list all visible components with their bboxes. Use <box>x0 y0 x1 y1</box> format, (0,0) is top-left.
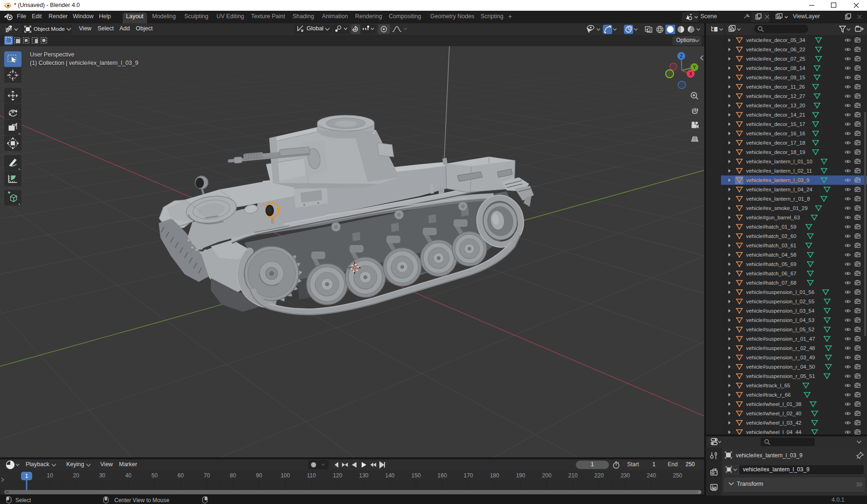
svg-text:vehicle#hatch_04_58: vehicle#hatch_04_58 <box>746 252 797 258</box>
svg-text:vehicle#ex_decor_15_17: vehicle#ex_decor_15_17 <box>746 121 805 127</box>
svg-text:100: 100 <box>280 472 290 479</box>
svg-text:140: 140 <box>385 472 394 479</box>
svg-text:Select: Select <box>15 497 31 504</box>
svg-text:vehicle#suspension_r_01_47: vehicle#suspension_r_01_47 <box>746 336 815 342</box>
svg-text:vehicle#ex_decor_16_16: vehicle#ex_decor_16_16 <box>746 131 805 136</box>
svg-text:vehicle#ex_smoke_01_29: vehicle#ex_smoke_01_29 <box>746 205 808 211</box>
svg-text:vehicle#wheel_l_03_42: vehicle#wheel_l_03_42 <box>746 420 801 426</box>
svg-text:180: 180 <box>490 472 499 479</box>
svg-text:vehicle#ex_decor_09_15: vehicle#ex_decor_09_15 <box>746 75 805 80</box>
svg-text:vehicle#ex_decor_11_26: vehicle#ex_decor_11_26 <box>746 84 805 90</box>
svg-text:40: 40 <box>125 472 132 479</box>
svg-text:vehicle#ex_lantern_l_03_9: vehicle#ex_lantern_l_03_9 <box>736 452 803 459</box>
svg-text:90: 90 <box>256 472 263 479</box>
svg-text:160: 160 <box>438 472 447 479</box>
svg-text:vehicle#ex_decor_13_20: vehicle#ex_decor_13_20 <box>746 103 805 108</box>
svg-text:vehicle#ex_decor_14_21: vehicle#ex_decor_14_21 <box>746 112 805 118</box>
svg-text:vehicle#ex_decor_07_25: vehicle#ex_decor_07_25 <box>746 56 805 62</box>
svg-text:20: 20 <box>73 472 79 479</box>
svg-text:vehicle#track_r_66: vehicle#track_r_66 <box>746 392 791 398</box>
svg-text:vehicle#suspension_r_03_49: vehicle#suspension_r_03_49 <box>746 355 815 360</box>
svg-text:70: 70 <box>204 472 210 479</box>
svg-text:30: 30 <box>99 472 105 479</box>
svg-text:vehicle#ex_lantern_l_04_24: vehicle#ex_lantern_l_04_24 <box>746 187 812 192</box>
svg-text:vehicle#ex_decor_05_34: vehicle#ex_decor_05_34 <box>746 37 805 43</box>
svg-text:vehicle#suspension_l_01_56: vehicle#suspension_l_01_56 <box>746 289 814 295</box>
svg-text:vehicle#wheel_l_01_38: vehicle#wheel_l_01_38 <box>746 401 801 407</box>
svg-text:vehicle#hatch_01_59: vehicle#hatch_01_59 <box>746 224 797 230</box>
svg-text:120: 120 <box>333 472 342 479</box>
svg-text:vehicle#suspension_l_03_54: vehicle#suspension_l_03_54 <box>746 308 814 314</box>
svg-text:vehicle#hatch_03_61: vehicle#hatch_03_61 <box>746 243 797 248</box>
svg-text:250: 250 <box>673 472 682 479</box>
svg-text:200: 200 <box>542 472 552 479</box>
svg-text:vehicle#ex_lantern_l_01_10: vehicle#ex_lantern_l_01_10 <box>746 159 812 164</box>
svg-text:vehicle#ex_decor_18_19: vehicle#ex_decor_18_19 <box>746 149 805 155</box>
svg-text:vehicle#ex_lantern_l_02_11: vehicle#ex_lantern_l_02_11 <box>746 168 812 174</box>
svg-text:X: X <box>689 71 692 77</box>
svg-text:vehicle#suspension_r_02_48: vehicle#suspension_r_02_48 <box>746 345 815 351</box>
svg-text:190: 190 <box>516 472 525 479</box>
svg-text:vehicle#ex_decor_12_27: vehicle#ex_decor_12_27 <box>746 93 805 99</box>
svg-text:vehicle#gun_barrel_63: vehicle#gun_barrel_63 <box>746 215 800 220</box>
svg-text:vehicle#ex_decor_06_22: vehicle#ex_decor_06_22 <box>746 47 805 52</box>
svg-text:60: 60 <box>178 472 184 479</box>
svg-text:210: 210 <box>568 472 578 479</box>
svg-text:vehicle#track_l_65: vehicle#track_l_65 <box>746 383 790 388</box>
svg-text:vehicle#hatch_06_67: vehicle#hatch_06_67 <box>746 271 797 276</box>
svg-text:vehicle#hatch_02_60: vehicle#hatch_02_60 <box>746 233 797 239</box>
svg-text:150: 150 <box>412 472 421 479</box>
svg-text:220: 220 <box>594 472 604 479</box>
svg-text:110: 110 <box>307 472 316 479</box>
svg-text:230: 230 <box>621 472 630 479</box>
svg-text:vehicle#ex_decor_17_18: vehicle#ex_decor_17_18 <box>746 140 805 146</box>
svg-text:Z: Z <box>680 54 683 59</box>
svg-text:Y: Y <box>693 65 696 70</box>
svg-text:vehicle#suspension_l_02_55: vehicle#suspension_l_02_55 <box>746 299 814 304</box>
svg-text:vehicle#suspension_l_05_52: vehicle#suspension_l_05_52 <box>746 327 814 332</box>
svg-text:vehicle#wheel_l_02_40: vehicle#wheel_l_02_40 <box>746 411 801 416</box>
svg-text:vehicle#ex_lantern_r_01_8: vehicle#ex_lantern_r_01_8 <box>746 196 810 202</box>
svg-text:10: 10 <box>47 472 53 479</box>
svg-text:vehicle#suspension_r_05_51: vehicle#suspension_r_05_51 <box>746 373 815 379</box>
svg-text:Center View to Mouse: Center View to Mouse <box>114 497 169 504</box>
svg-text:vehicle#wheel_l_04_44: vehicle#wheel_l_04_44 <box>746 429 801 434</box>
svg-text:vehicle#suspension_r_04_50: vehicle#suspension_r_04_50 <box>746 364 815 370</box>
svg-text:80: 80 <box>230 472 237 479</box>
svg-text:vehicle#hatch_07_68: vehicle#hatch_07_68 <box>746 280 797 286</box>
svg-text:vehicle#hatch_05_69: vehicle#hatch_05_69 <box>746 261 797 267</box>
svg-text:130: 130 <box>359 472 368 479</box>
svg-text:vehicle#ex_lantern_l_03_9: vehicle#ex_lantern_l_03_9 <box>746 177 810 183</box>
svg-text:240: 240 <box>647 472 656 479</box>
svg-text:1: 1 <box>25 473 28 479</box>
svg-text:170: 170 <box>464 472 473 479</box>
svg-text:vehicle#suspension_l_04_53: vehicle#suspension_l_04_53 <box>746 317 814 323</box>
svg-text:50: 50 <box>152 472 158 479</box>
svg-text:vehicle#ex_decor_08_14: vehicle#ex_decor_08_14 <box>746 65 805 71</box>
